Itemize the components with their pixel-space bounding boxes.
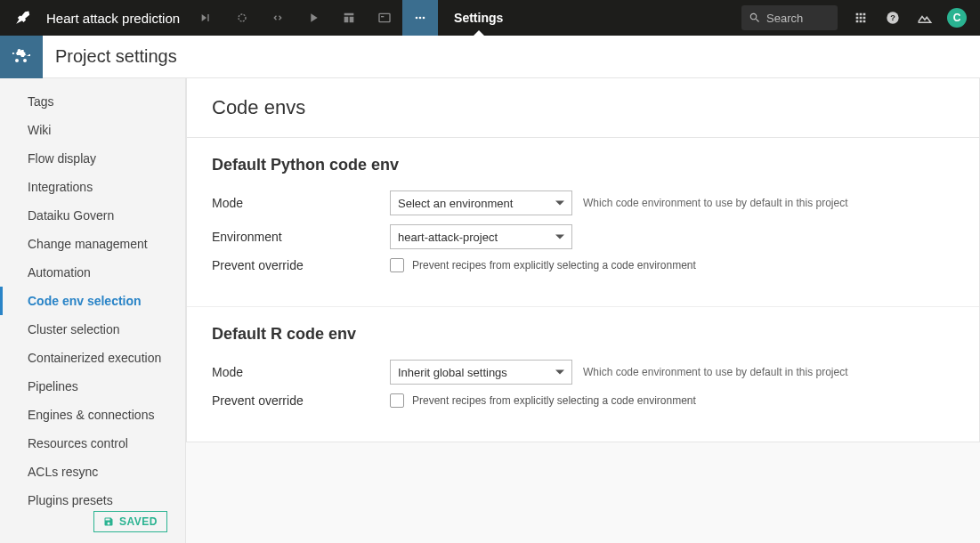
app-logo[interactable]: [0, 0, 43, 36]
play-icon[interactable]: [296, 0, 331, 36]
settings-icon: [0, 36, 43, 78]
py-mode-hint: Which code environment to use by default…: [583, 197, 848, 209]
py-override-checkbox[interactable]: [390, 258, 404, 272]
search-placeholder: Search: [766, 12, 803, 25]
sidebar-item-change-management[interactable]: Change management: [0, 230, 185, 258]
sidebar: Tags Wiki Flow display Integrations Data…: [0, 78, 186, 543]
nav-tab-settings[interactable]: Settings: [438, 0, 519, 36]
apps-icon[interactable]: [845, 0, 877, 36]
sidebar-item-pipelines[interactable]: Pipelines: [0, 372, 185, 401]
py-env-label: Environment: [212, 230, 390, 244]
r-mode-label: Mode: [212, 365, 390, 379]
py-mode-label: Mode: [212, 196, 390, 210]
sidebar-item-integrations[interactable]: Integrations: [0, 173, 185, 201]
svg-text:?: ?: [890, 13, 895, 22]
panel-title: Code envs: [187, 78, 979, 138]
save-icon: [103, 516, 114, 527]
svg-rect-2: [381, 16, 384, 17]
section-title-r: Default R code env: [212, 325, 954, 344]
activity-icon[interactable]: [909, 0, 941, 36]
sidebar-item-code-env[interactable]: Code env selection: [0, 287, 185, 315]
code-icon[interactable]: [260, 0, 296, 36]
r-override-checkbox[interactable]: [390, 393, 404, 408]
subheader: Project settings: [0, 36, 980, 78]
more-icon[interactable]: [402, 0, 438, 36]
search-box[interactable]: Search: [741, 5, 838, 30]
sidebar-item-tags[interactable]: Tags: [0, 87, 185, 116]
user-avatar[interactable]: C: [941, 0, 973, 36]
section-title-python: Default Python code env: [212, 156, 954, 174]
sidebar-item-cluster[interactable]: Cluster selection: [0, 315, 185, 344]
r-override-checkbox-label: Prevent recipes from explicitly selectin…: [412, 394, 696, 407]
help-icon[interactable]: ?: [877, 0, 909, 36]
recipe-icon[interactable]: [224, 0, 260, 36]
content: Code envs Default Python code env Mode S…: [186, 78, 980, 543]
saved-badge: SAVED: [93, 511, 167, 532]
flow-icon[interactable]: [189, 0, 224, 36]
svg-point-0: [239, 14, 246, 21]
svg-point-3: [416, 17, 418, 20]
sidebar-item-engines[interactable]: Engines & connections: [0, 401, 185, 429]
section-python: Default Python code env Mode Select an e…: [187, 138, 979, 307]
section-r: Default R code env Mode Inherit global s…: [187, 307, 979, 442]
project-title[interactable]: Heart attack prediction: [43, 11, 189, 26]
py-override-checkbox-label: Prevent recipes from explicitly selectin…: [412, 259, 696, 272]
sidebar-item-dataiku-govern[interactable]: Dataiku Govern: [0, 201, 185, 230]
sidebar-item-wiki[interactable]: Wiki: [0, 116, 185, 144]
sidebar-item-flow-display[interactable]: Flow display: [0, 144, 185, 173]
sidebar-item-acls[interactable]: ACLs resync: [0, 458, 185, 486]
py-env-select[interactable]: heart-attack-project: [390, 224, 572, 249]
r-mode-select[interactable]: Inherit global settings: [390, 360, 572, 385]
page-title: Project settings: [43, 46, 177, 67]
svg-rect-1: [379, 13, 390, 21]
topbar: Heart attack prediction Settings Search …: [0, 0, 980, 36]
py-override-label: Prevent override: [212, 258, 390, 272]
dashboard-icon[interactable]: [331, 0, 367, 36]
svg-point-4: [419, 17, 422, 20]
sidebar-item-resources[interactable]: Resources control: [0, 429, 185, 458]
top-nav-icons: [189, 0, 438, 36]
r-override-label: Prevent override: [212, 393, 390, 408]
svg-point-5: [423, 17, 425, 20]
webapp-icon[interactable]: [367, 0, 402, 36]
r-mode-hint: Which code environment to use by default…: [583, 366, 848, 378]
sidebar-item-automation[interactable]: Automation: [0, 258, 185, 287]
py-mode-select[interactable]: Select an environment: [390, 190, 572, 215]
sidebar-item-containerized[interactable]: Containerized execution: [0, 344, 185, 372]
